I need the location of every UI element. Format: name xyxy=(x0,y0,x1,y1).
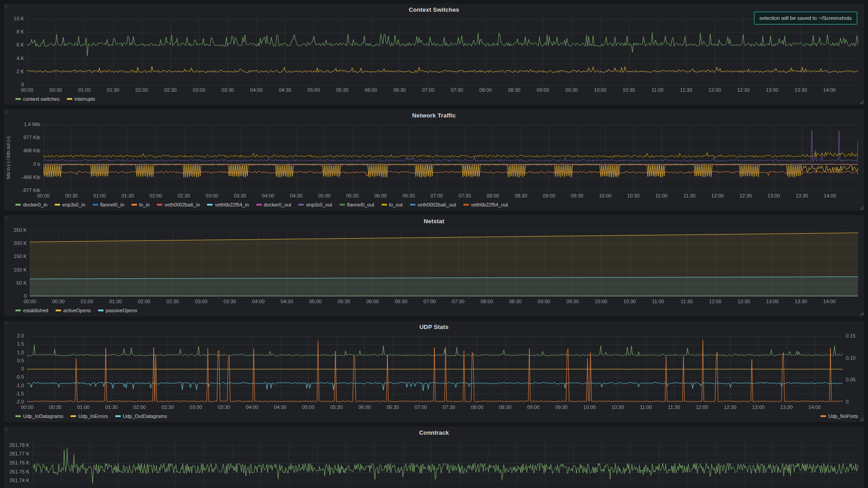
chart-canvas[interactable] xyxy=(4,438,864,488)
legend-label: Udp_NoPorts xyxy=(828,413,858,419)
legend: establishedactiveOpenspassiveOpens xyxy=(4,306,864,316)
panel-title[interactable]: Conntrack xyxy=(4,427,864,438)
panel-drag-handle[interactable] xyxy=(5,216,8,221)
panel-network-traffic: Network Trafficdocker0_inenp3s0_inflanne… xyxy=(4,109,864,211)
legend-marker xyxy=(56,310,61,311)
legend-item[interactable]: Udp_InDatagrams xyxy=(15,413,63,419)
legend-label: flannel0_in xyxy=(100,202,124,207)
legend-item[interactable]: flannel0_out xyxy=(340,202,374,207)
chart-canvas[interactable] xyxy=(4,15,864,95)
legend-item[interactable]: veth6b22f54_out xyxy=(463,202,508,207)
legend-item[interactable]: docker0_out xyxy=(256,202,292,207)
screenshot-note: selection will be saved to ~/Screenshots xyxy=(754,12,857,24)
legend-marker xyxy=(15,204,21,206)
legend-label: Udp_InDatagrams xyxy=(23,413,63,419)
legend-marker xyxy=(93,204,98,206)
legend-marker xyxy=(115,415,121,417)
legend-marker xyxy=(15,98,21,100)
legend-label: veth0002ba6_in xyxy=(165,202,200,207)
panel-udp-stats: UDP StatsUdp_InDatagramsUdp_InErrorsUdp_… xyxy=(4,321,864,422)
panel-resize-handle[interactable] xyxy=(859,417,863,421)
legend-item[interactable]: enp3s0_out xyxy=(298,202,332,207)
legend-label: activeOpens xyxy=(63,308,91,313)
legend-label: lo_in xyxy=(139,202,150,207)
legend-marker xyxy=(298,204,304,206)
legend-marker xyxy=(340,204,345,206)
panel-title[interactable]: Netstat xyxy=(4,215,864,227)
legend-label: Udp_InErrors xyxy=(78,413,108,419)
legend-item[interactable]: interrupts xyxy=(67,96,95,102)
legend-item[interactable]: passiveOpens xyxy=(98,308,137,313)
legend-label: veth0002ba6_out xyxy=(418,202,456,207)
panel-title[interactable]: UDP Stats xyxy=(4,321,864,333)
legend-item[interactable]: Udp_NoPorts xyxy=(821,413,858,419)
panel-title[interactable]: Network Traffic xyxy=(4,109,864,121)
panel-resize-handle[interactable] xyxy=(859,100,863,104)
panel-drag-handle[interactable] xyxy=(5,322,8,326)
legend-marker xyxy=(463,204,469,206)
legend-item[interactable]: docker0_in xyxy=(15,202,47,207)
legend-label: established xyxy=(23,308,48,313)
legend-label: interrupts xyxy=(75,96,95,102)
legend-label: enp3s0_out xyxy=(306,202,332,207)
legend-item[interactable]: enp3s0_in xyxy=(55,202,85,207)
legend-marker xyxy=(821,415,826,417)
legend-marker xyxy=(410,204,415,206)
legend-item[interactable]: lo_in xyxy=(132,202,150,207)
legend-label: lo_out xyxy=(389,202,403,207)
legend-label: veth6b22f54_in xyxy=(215,202,249,207)
panel-context-switches: Context Switchescontext switchesinterrup… xyxy=(4,4,864,105)
panel-drag-handle[interactable] xyxy=(5,427,8,432)
panel-netstat: NetstatestablishedactiveOpenspassiveOpen… xyxy=(4,215,864,316)
legend: context switchesinterrupts xyxy=(4,95,864,105)
legend-item[interactable]: veth0002ba6_in xyxy=(157,202,200,207)
panel-drag-handle[interactable] xyxy=(5,110,8,115)
legend-label: flannel0_out xyxy=(347,202,374,207)
legend-item[interactable]: established xyxy=(15,308,48,313)
legend-marker xyxy=(15,415,21,417)
legend-item[interactable]: lo_out xyxy=(382,202,403,207)
legend-label: docker0_in xyxy=(23,202,47,207)
legend-label: passiveOpens xyxy=(106,308,137,313)
legend-marker xyxy=(15,310,21,311)
legend-item[interactable]: flannel0_in xyxy=(93,202,124,207)
panel-conntrack: Conntrackconntrack xyxy=(4,427,864,488)
legend-item[interactable]: veth6b22f54_in xyxy=(207,202,249,207)
legend-item[interactable]: Udp_InErrors xyxy=(71,413,108,419)
legend-label: Udp_OutDatagrams xyxy=(123,413,167,419)
legend-label: enp3s0_in xyxy=(62,202,85,207)
panel-drag-handle[interactable] xyxy=(5,5,8,9)
legend-item[interactable]: context switches xyxy=(15,96,60,102)
panel-title[interactable]: Context Switches xyxy=(4,4,864,15)
dashboard: Context Switchescontext switchesinterrup… xyxy=(0,0,868,488)
legend-marker xyxy=(132,204,137,206)
legend-marker xyxy=(55,204,60,206)
chart-canvas[interactable] xyxy=(4,121,864,201)
legend-marker xyxy=(382,204,387,206)
legend-marker xyxy=(207,204,212,206)
legend-item[interactable]: activeOpens xyxy=(56,308,91,313)
panel-resize-handle[interactable] xyxy=(859,311,863,315)
legend-item[interactable]: veth0002ba6_out xyxy=(410,202,456,207)
legend-label: context switches xyxy=(23,96,60,102)
chart-canvas[interactable] xyxy=(4,227,864,306)
legend: docker0_inenp3s0_inflannel0_inlo_inveth0… xyxy=(4,201,864,211)
legend-marker xyxy=(67,98,72,100)
legend-label: docker0_out xyxy=(264,202,292,207)
chart-canvas[interactable] xyxy=(4,333,864,412)
panel-resize-handle[interactable] xyxy=(859,206,863,210)
legend-marker xyxy=(256,204,262,206)
legend-item[interactable]: Udp_OutDatagrams xyxy=(115,413,167,419)
legend: Udp_InDatagramsUdp_InErrorsUdp_OutDatagr… xyxy=(4,412,864,422)
legend-marker xyxy=(157,204,162,206)
legend-marker xyxy=(98,310,104,311)
legend-marker xyxy=(71,415,76,417)
legend-label: veth6b22f54_out xyxy=(471,202,508,207)
